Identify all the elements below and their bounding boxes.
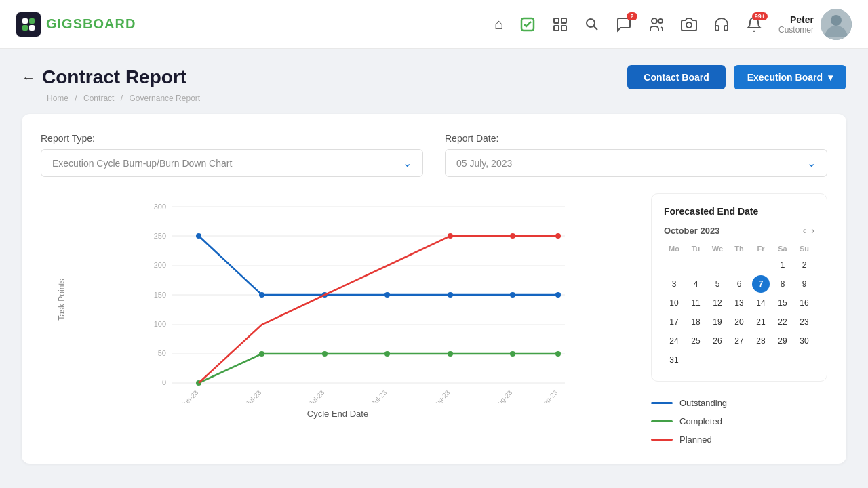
report-date-value: 05 July, 2023	[456, 158, 512, 169]
main-content: ← Contract Report Contact Board Executio…	[0, 49, 868, 480]
logo: GIGSBOARD	[16, 12, 136, 37]
x-axis-label: Cycle End Date	[41, 409, 635, 419]
svg-text:0: 0	[162, 378, 166, 386]
cal-day[interactable]: 18	[687, 313, 705, 331]
svg-point-12	[658, 19, 663, 23]
logo-text: GIGSBOARD	[46, 16, 136, 32]
report-date-group: Report Date: 05 July, 2023 ⌄	[445, 133, 827, 177]
svg-line-10	[593, 26, 597, 30]
cal-day[interactable]: 22	[774, 313, 791, 331]
calendar-card: Forecasted End Date October 2023 ‹ › Mo …	[651, 193, 827, 382]
dow-tu: Tu	[686, 243, 706, 255]
svg-point-13	[686, 22, 692, 28]
cal-day-empty	[687, 256, 705, 274]
avatar	[821, 9, 852, 40]
app-header: GIGSBOARD ⌂ 2 99+	[0, 0, 868, 49]
nav-icons: ⌂ 2 99+	[494, 16, 762, 33]
chat-icon[interactable]: 2	[616, 16, 632, 33]
calendar-month: October 2023	[664, 226, 719, 236]
cal-day[interactable]: 6	[730, 275, 748, 293]
svg-text:31-Jul-23: 31-Jul-23	[363, 388, 389, 403]
cal-day[interactable]: 9	[795, 275, 813, 293]
home-icon[interactable]: ⌂	[494, 16, 503, 33]
report-type-group: Report Type: Execution Cycle Burn-up/Bur…	[41, 133, 423, 177]
svg-point-45	[259, 351, 264, 357]
cal-day[interactable]: 21	[752, 313, 770, 331]
svg-point-42	[510, 292, 515, 298]
user-area[interactable]: Peter Customer	[778, 9, 852, 40]
calendar-grid: Mo Tu We Th Fr Sa Su 1 2	[664, 243, 814, 369]
cal-day[interactable]: 20	[730, 313, 748, 331]
cal-day[interactable]: 31	[665, 351, 683, 369]
cal-day[interactable]: 11	[687, 294, 705, 312]
dow-su: Su	[794, 243, 814, 255]
svg-rect-7	[554, 26, 559, 30]
cal-day[interactable]: 26	[709, 332, 726, 350]
search-icon[interactable]	[585, 17, 599, 32]
execution-board-button[interactable]: Execution Board ▾	[734, 65, 846, 89]
dow-we: We	[707, 243, 728, 255]
calendar-nav: ‹ ›	[803, 225, 814, 236]
people-icon[interactable]	[648, 16, 665, 33]
cal-day-empty	[665, 256, 683, 274]
user-info: Peter Customer	[778, 14, 814, 35]
cal-day-empty	[752, 256, 770, 274]
next-month-button[interactable]: ›	[811, 225, 814, 236]
svg-point-37	[196, 233, 201, 239]
svg-point-41	[448, 292, 453, 298]
chevron-down-icon: ⌄	[403, 157, 412, 169]
report-type-select[interactable]: Execution Cycle Burn-up/Burn Down Chart …	[41, 149, 423, 177]
svg-point-46	[322, 351, 328, 357]
legend-line-planned	[651, 439, 673, 441]
cal-day[interactable]: 15	[774, 294, 791, 312]
cal-day[interactable]: 23	[795, 313, 813, 331]
chart-legend: Outstanding Completed Planned	[651, 398, 827, 445]
cal-day[interactable]: 17	[665, 313, 683, 331]
header-buttons: Contact Board Execution Board ▾	[627, 65, 846, 89]
cal-day[interactable]: 29	[774, 332, 791, 350]
legend-label-completed: Completed	[679, 416, 722, 426]
chevron-down-icon: ⌄	[807, 157, 816, 169]
cal-day[interactable]: 1	[774, 256, 791, 274]
svg-text:17-Jul-23: 17-Jul-23	[300, 388, 326, 403]
cal-day[interactable]: 4	[687, 275, 705, 293]
cal-day[interactable]: 14	[752, 294, 770, 312]
cal-day[interactable]: 30	[795, 332, 813, 350]
back-button[interactable]: ←	[22, 70, 35, 85]
svg-point-9	[587, 19, 595, 27]
cal-day-today[interactable]: 7	[752, 275, 770, 293]
cal-day[interactable]: 8	[774, 275, 791, 293]
cal-day[interactable]: 24	[665, 332, 683, 350]
report-date-select[interactable]: 05 July, 2023 ⌄	[445, 149, 827, 177]
task-icon[interactable]	[519, 16, 536, 33]
cal-day-empty	[730, 256, 748, 274]
dow-th: Th	[729, 243, 749, 255]
cal-day[interactable]: 5	[709, 275, 726, 293]
legend-outstanding: Outstanding	[651, 398, 827, 408]
notification-icon[interactable]: 99+	[746, 16, 762, 33]
cal-day[interactable]: 10	[665, 294, 683, 312]
svg-text:03-Jul-23: 03-Jul-23	[237, 388, 263, 403]
form-row: Report Type: Execution Cycle Burn-up/Bur…	[41, 133, 827, 177]
cal-day[interactable]: 25	[687, 332, 705, 350]
calendar-header: October 2023 ‹ ›	[664, 225, 814, 236]
headset-icon[interactable]	[713, 16, 730, 33]
cal-day[interactable]: 28	[752, 332, 770, 350]
cal-day[interactable]: 16	[795, 294, 813, 312]
svg-text:150: 150	[154, 291, 166, 299]
cal-day[interactable]: 13	[730, 294, 748, 312]
legend-completed: Completed	[651, 416, 827, 426]
report-date-label: Report Date:	[445, 133, 827, 144]
report-type-value: Execution Cycle Burn-up/Burn Down Chart	[52, 158, 232, 169]
contact-board-button[interactable]: Contact Board	[627, 65, 725, 89]
prev-month-button[interactable]: ‹	[803, 225, 806, 236]
chat-badge: 2	[627, 12, 637, 20]
board-icon[interactable]	[552, 16, 568, 33]
svg-point-52	[510, 233, 515, 239]
camera-icon[interactable]	[681, 16, 697, 33]
cal-day[interactable]: 3	[665, 275, 683, 293]
cal-day[interactable]: 2	[795, 256, 813, 274]
cal-day[interactable]: 19	[709, 313, 726, 331]
cal-day[interactable]: 12	[709, 294, 726, 312]
cal-day[interactable]: 27	[730, 332, 748, 350]
